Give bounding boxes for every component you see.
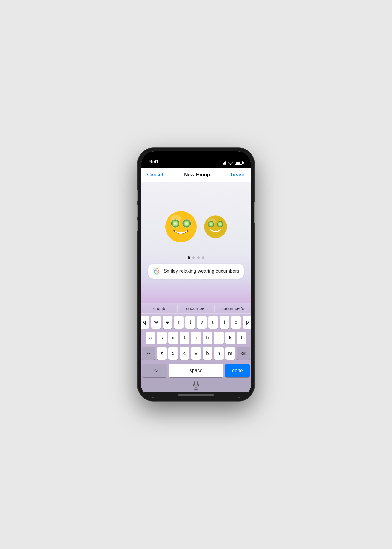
battery-fill <box>236 162 241 164</box>
home-indicator <box>178 394 214 396</box>
home-indicator-area <box>141 392 251 398</box>
keyboard-area: cucub cucumber cucumber's q w e <box>141 303 251 392</box>
key-z[interactable]: z <box>157 347 167 360</box>
cucumber-smiley-secondary <box>204 215 228 239</box>
search-input-text: Smiley relaxing wearing cucumbers <box>164 268 239 274</box>
key-s[interactable]: s <box>157 332 167 344</box>
microphone-icon[interactable] <box>193 381 199 390</box>
key-v[interactable]: v <box>191 347 201 360</box>
key-row-3: z x c v b n m <box>142 347 250 360</box>
numbers-key[interactable]: 123 <box>142 364 167 377</box>
key-d[interactable]: d <box>168 332 178 344</box>
key-n[interactable]: n <box>214 347 224 360</box>
svg-point-15 <box>186 223 188 224</box>
key-g[interactable]: g <box>191 332 201 344</box>
key-q[interactable]: q <box>141 316 149 329</box>
key-j[interactable]: j <box>214 332 224 344</box>
svg-point-17 <box>189 222 190 224</box>
delete-icon <box>241 351 246 356</box>
shift-key[interactable] <box>142 347 155 360</box>
signal-bar-4 <box>225 161 226 165</box>
status-time: 9:41 <box>149 159 159 165</box>
insert-button[interactable]: Insert <box>231 172 245 178</box>
nav-bar: Cancel New Emoji Insert <box>141 168 251 182</box>
key-w[interactable]: w <box>151 316 161 329</box>
svg-point-22 <box>204 215 227 238</box>
apple-intelligence-icon <box>153 267 161 275</box>
key-h[interactable]: h <box>203 332 212 344</box>
key-o[interactable]: o <box>231 316 241 329</box>
svg-rect-37 <box>195 381 197 386</box>
phone-screen: 9:41 Cancel New Emo <box>141 151 251 398</box>
content-area: Cancel New Emoji Insert <box>141 168 251 392</box>
keyboard-rows: q w e r t y u i o p a s <box>141 314 251 364</box>
key-i[interactable]: i <box>220 316 229 329</box>
battery-icon <box>235 161 243 165</box>
dot-3[interactable] <box>197 256 200 259</box>
signal-bar-1 <box>222 163 222 165</box>
search-field[interactable]: Smiley relaxing wearing cucumbers <box>148 264 244 279</box>
signal-bar-3 <box>224 162 225 165</box>
svg-point-18 <box>186 220 188 221</box>
autocomplete-cucumber[interactable]: cucumber <box>178 305 214 312</box>
svg-point-33 <box>219 223 221 225</box>
status-bar: 9:41 <box>141 151 251 168</box>
key-a[interactable]: a <box>146 332 155 344</box>
svg-point-8 <box>178 222 179 224</box>
autocomplete-cucub[interactable]: cucub <box>141 305 178 312</box>
key-r[interactable]: r <box>174 316 184 329</box>
keyboard-bottom-row: 123 space done <box>141 364 251 378</box>
key-m[interactable]: m <box>225 347 235 360</box>
key-t[interactable]: t <box>185 316 195 329</box>
key-b[interactable]: b <box>203 347 212 360</box>
key-l[interactable]: l <box>237 332 246 344</box>
svg-point-19 <box>186 226 188 227</box>
shift-icon <box>146 351 151 356</box>
signal-bar-2 <box>223 163 224 165</box>
svg-point-9 <box>174 220 176 221</box>
signal-bars-icon <box>222 161 227 165</box>
cancel-button[interactable]: Cancel <box>147 172 163 178</box>
key-row-1: q w e r t y u i o p <box>142 316 250 329</box>
svg-point-0 <box>165 211 197 242</box>
key-p[interactable]: p <box>243 316 251 329</box>
wifi-icon <box>228 161 233 165</box>
secondary-emoji[interactable] <box>204 215 228 240</box>
delete-key[interactable] <box>237 347 250 360</box>
key-x[interactable]: x <box>168 347 178 360</box>
dot-2[interactable] <box>192 256 195 259</box>
key-row-2: a s d f g h j k l <box>142 332 250 344</box>
key-y[interactable]: y <box>197 316 207 329</box>
key-f[interactable]: f <box>180 332 189 344</box>
key-e[interactable]: e <box>163 316 172 329</box>
search-area: Smiley relaxing wearing cucumbers <box>142 259 250 281</box>
carousel-dots <box>188 256 204 259</box>
svg-point-6 <box>174 223 176 224</box>
phone-frame: 9:41 Cancel New Emo <box>137 148 255 401</box>
dot-4[interactable] <box>202 256 204 259</box>
svg-point-28 <box>210 223 212 225</box>
space-key[interactable]: space <box>169 364 223 377</box>
status-icons <box>222 161 243 165</box>
key-c[interactable]: c <box>180 347 189 360</box>
autocomplete-bar: cucub cucumber cucumber's <box>141 303 251 314</box>
svg-point-10 <box>174 226 176 227</box>
done-key[interactable]: done <box>225 364 250 377</box>
dot-1[interactable] <box>188 256 190 259</box>
emoji-carousel <box>158 204 234 250</box>
autocomplete-cucumbers[interactable]: cucumber's <box>215 305 251 312</box>
nav-title: New Emoji <box>184 172 210 178</box>
svg-point-7 <box>172 222 173 224</box>
svg-point-16 <box>183 222 184 224</box>
main-emoji[interactable] <box>164 210 198 244</box>
emoji-preview-area: Smiley relaxing wearing cucumbers <box>141 182 251 303</box>
cucumber-smiley-main <box>164 210 198 243</box>
key-k[interactable]: k <box>225 332 235 344</box>
microphone-bar <box>141 378 251 392</box>
key-u[interactable]: u <box>208 316 218 329</box>
